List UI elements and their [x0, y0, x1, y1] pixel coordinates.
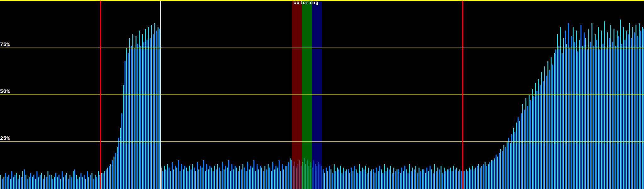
- y-axis-label-50: 50%: [0, 89, 10, 94]
- coloring-label: coloring: [293, 1, 319, 5]
- y-axis-label-75: 75%: [0, 42, 10, 48]
- histogram-chart: coloring 75%50%25%: [0, 0, 644, 189]
- y-axis-label-25: 25%: [0, 136, 10, 141]
- label-layer: coloring 75%50%25%: [0, 0, 644, 189]
